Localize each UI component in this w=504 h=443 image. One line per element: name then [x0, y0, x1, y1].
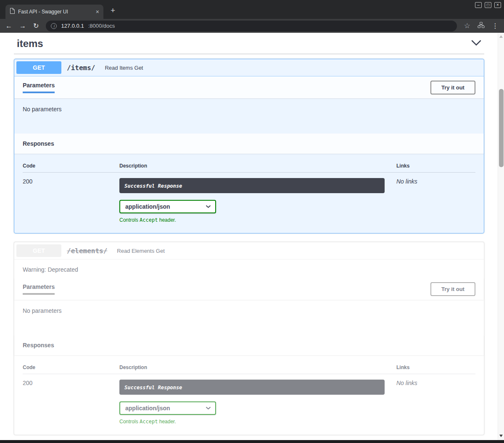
site-info-icon[interactable]: i: [51, 23, 57, 29]
response-description-text: Successful Response: [124, 183, 182, 189]
responses-content: Code Description Links 200 Successful Re…: [14, 154, 484, 233]
response-row: 200 Successful Response application/json…: [23, 173, 475, 223]
browser-tab[interactable]: Fast API - Swagger UI ×: [5, 5, 103, 19]
response-description-cell: Successful Response application/json Con…: [119, 380, 388, 425]
links-column-header: Links: [388, 364, 475, 370]
response-description-box: Successful Response: [119, 380, 385, 395]
media-type-select[interactable]: application/json: [119, 401, 216, 415]
accept-header-note: Controls Accept header.: [119, 217, 388, 223]
bookmark-star-icon[interactable]: ☆: [464, 21, 470, 30]
deprecated-warning: Warning: Deprecated: [14, 260, 484, 278]
operation-get-elements-deprecated: GET /elements/ Read Elements Get Warning…: [14, 242, 484, 435]
description-column-header: Description: [119, 364, 388, 370]
select-chevron-icon: [206, 205, 211, 208]
vertical-scrollbar: [498, 33, 504, 440]
parameters-label: Parameters: [23, 82, 55, 93]
operation-summary[interactable]: GET /items/ Read Items Get: [14, 59, 484, 76]
responses-header: Responses: [14, 335, 484, 355]
operation-summary[interactable]: GET /elements/ Read Elements Get: [14, 242, 484, 260]
description-column-header: Description: [119, 163, 388, 169]
operation-description: Read Items Get: [105, 65, 143, 71]
response-code: 200: [23, 380, 119, 425]
tab-parameters[interactable]: Parameters: [23, 283, 55, 295]
select-chevron-icon: [206, 406, 211, 410]
back-icon[interactable]: ←: [5, 23, 12, 29]
tab-close-icon[interactable]: ×: [96, 9, 99, 15]
sitemap-icon[interactable]: [478, 22, 485, 30]
operation-description: Read Elements Get: [117, 248, 164, 254]
response-links: No links: [388, 178, 475, 223]
media-type-select[interactable]: application/json: [119, 200, 216, 213]
page-favicon-icon: [10, 8, 15, 16]
method-badge: GET: [16, 61, 61, 74]
tab-title: Fast API - Swagger UI: [18, 9, 92, 15]
code-column-header: Code: [23, 364, 119, 370]
response-row: 200 Successful Response application/json…: [23, 374, 475, 425]
scroll-down-arrow-icon: [499, 435, 503, 437]
close-button[interactable]: ×: [494, 2, 501, 8]
window-bottom-frame: [0, 440, 504, 443]
no-parameters-text: No parameters: [23, 307, 62, 314]
operation-path: /items/: [67, 64, 95, 72]
code-column-header: Code: [23, 163, 119, 169]
operation-body: Parameters Try it out No parameters Resp…: [14, 76, 484, 233]
responses-label: Responses: [23, 342, 54, 349]
method-badge: GET: [16, 244, 61, 257]
media-type-value: application/json: [125, 203, 170, 210]
parameters-header: Parameters Try it out: [14, 278, 484, 300]
response-code: 200: [23, 178, 119, 223]
tag-section-header-items[interactable]: items: [14, 36, 484, 54]
parameters-header: Parameters Try it out: [14, 76, 484, 98]
links-column-header: Links: [388, 163, 475, 169]
window-titlebar: Fast API - Swagger UI × + – □ ×: [0, 0, 504, 19]
swagger-ui: items GET /items/ Read Items Get Paramet…: [0, 33, 504, 435]
window-controls: – □ ×: [475, 2, 501, 8]
try-it-out-button[interactable]: Try it out: [430, 81, 475, 94]
url-path: :8000/docs: [88, 23, 115, 29]
no-parameters-text: No parameters: [23, 106, 62, 113]
response-description-cell: Successful Response application/json Con…: [119, 178, 388, 223]
responses-table-header: Code Description Links: [23, 360, 475, 374]
minimize-button[interactable]: –: [475, 2, 482, 8]
response-description-box: Successful Response: [119, 178, 385, 193]
browser-window: Fast API - Swagger UI × + – □ × ← → ↻ i …: [0, 0, 504, 443]
operation-path: /elements/: [67, 247, 107, 255]
tab-parameters[interactable]: Parameters: [23, 82, 55, 93]
parameters-label: Parameters: [23, 283, 55, 295]
scrollbar-thumb[interactable]: [499, 89, 504, 167]
operation-body: Warning: Deprecated Parameters Try it ou…: [14, 260, 484, 435]
menu-dots-icon[interactable]: ⋮: [492, 22, 499, 30]
scroll-down-button[interactable]: [498, 433, 504, 439]
try-it-out-button[interactable]: Try it out: [430, 282, 475, 296]
scroll-up-button[interactable]: [498, 33, 504, 39]
section-title: items: [17, 38, 43, 50]
forward-icon[interactable]: →: [19, 23, 26, 29]
media-type-value: application/json: [125, 405, 170, 412]
chevron-down-icon[interactable]: [471, 40, 481, 47]
accept-header-note: Controls Accept header.: [119, 419, 388, 425]
maximize-button[interactable]: □: [485, 2, 491, 8]
reload-icon[interactable]: ↻: [33, 23, 39, 29]
browser-toolbar: ← → ↻ i 127.0.0.1:8000/docs ☆ ⋮: [0, 19, 504, 33]
response-links: No links: [388, 380, 475, 425]
url-bar[interactable]: i 127.0.0.1:8000/docs: [46, 21, 457, 31]
responses-header: Responses: [14, 134, 484, 154]
operation-get-items: GET /items/ Read Items Get Parameters Tr…: [14, 59, 484, 233]
new-tab-button[interactable]: +: [111, 6, 115, 15]
page-content: items GET /items/ Read Items Get Paramet…: [0, 33, 504, 440]
responses-content: Code Description Links 200 Successful Re…: [14, 355, 484, 435]
responses-label: Responses: [23, 140, 54, 147]
responses-table-header: Code Description Links: [23, 159, 475, 173]
parameters-content: No parameters: [14, 300, 484, 335]
response-description-text: Successful Response: [124, 385, 182, 391]
parameters-content: No parameters: [14, 98, 484, 134]
scroll-up-arrow-icon: [499, 35, 503, 38]
url-host: 127.0.0.1: [61, 23, 84, 29]
